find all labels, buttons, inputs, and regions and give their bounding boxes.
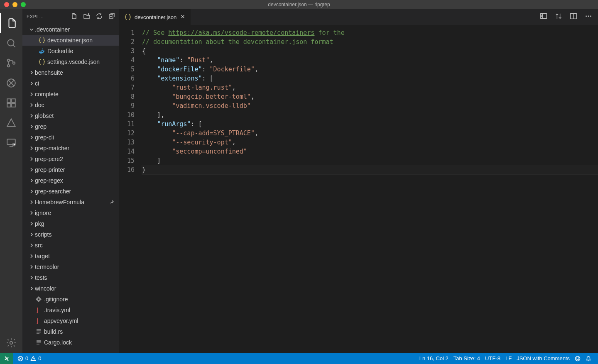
tree-item[interactable]: scripts [22,229,119,240]
chevron-right-icon [28,113,35,118]
tree-item[interactable]: grep-searcher [22,186,119,197]
code-line[interactable]: // documentation about the devcontainer.… [142,37,598,46]
tree-item-label: HomebrewFormula [35,199,109,205]
svg-rect-6 [12,99,15,103]
activity-explorer[interactable] [0,13,22,33]
code-line[interactable]: "bungcip.better-toml", [142,92,598,101]
tree-item[interactable]: src [22,240,119,251]
tree-item[interactable]: grep-printer [22,164,119,175]
tree-item[interactable]: ci [22,78,119,89]
code-line[interactable]: // See https://aka.ms/vscode-remote/cont… [142,28,598,37]
status-encoding[interactable]: UTF-8 [483,353,503,364]
chevron-right-icon [28,135,35,140]
chevron-right-icon [28,200,35,205]
code-line[interactable]: "dockerFile": "Dockerfile", [142,65,598,74]
split-editor-button[interactable] [570,12,577,22]
tree-item[interactable]: .travis.yml [22,305,119,315]
code-line[interactable]: { [142,46,598,56]
chevron-right-icon [28,146,35,151]
code-content[interactable]: // See https://aka.ms/vscode-remote/cont… [142,28,598,353]
collapse-all-icon [108,13,115,20]
tree-item[interactable]: pkg [22,218,119,229]
code-line[interactable]: "runArgs": [ [142,120,598,129]
window-close-button[interactable] [4,2,9,7]
tree-item[interactable]: grep-matcher [22,143,119,154]
window-maximize-button[interactable] [21,2,26,7]
tree-item[interactable]: ignore [22,208,119,218]
activity-search[interactable] [0,33,22,53]
code-line[interactable]: ] [142,156,598,165]
status-feedback[interactable] [572,353,583,364]
status-cursor[interactable]: Ln 16, Col 2 [417,353,451,364]
activity-scm[interactable] [0,53,22,73]
tree-item[interactable]: Dockerfile [22,46,119,56]
new-folder-button[interactable] [83,13,90,21]
activity-settings[interactable] [0,333,22,353]
tree-item[interactable]: grep-regex [22,175,119,186]
compare-icon [555,12,562,20]
tree-item-label: termcolor [35,264,119,270]
tree-item[interactable]: globset [22,110,119,121]
more-actions-button[interactable] [585,12,592,22]
tree-item[interactable]: devcontainer.json [22,35,119,46]
tree-item[interactable]: build.rs [22,326,119,337]
tree-item[interactable]: benchsuite [22,67,119,78]
file-tree[interactable]: .devcontainerdevcontainer.jsonDockerfile… [22,24,119,353]
tree-item[interactable]: Cargo.lock [22,337,119,348]
status-eol[interactable]: LF [503,353,514,364]
code-line[interactable]: "vadimcn.vscode-lldb" [142,101,598,110]
svg-rect-16 [37,318,38,323]
compare-button[interactable] [555,12,562,22]
tree-item[interactable]: termcolor [22,261,119,272]
code-line[interactable]: "extensions": [ [142,74,598,83]
code-line[interactable]: "--security-opt", [142,138,598,147]
tree-item[interactable]: complete [22,89,119,100]
source-control-icon [6,58,17,68]
collapse-all-button[interactable] [108,13,115,21]
code-line[interactable]: ], [142,110,598,120]
window-minimize-button[interactable] [12,2,17,7]
search-icon [6,38,17,49]
open-changes-button[interactable] [540,12,547,22]
json-icon [38,37,46,44]
tree-item[interactable]: grep-pcre2 [22,154,119,164]
tree-item[interactable]: settings.vscode.json [22,56,119,67]
tab-close-button[interactable] [180,14,186,21]
tree-item-label: Cargo.lock [44,339,119,346]
activity-debug[interactable] [0,73,22,93]
new-file-button[interactable] [71,13,78,21]
tree-item[interactable]: HomebrewFormula [22,197,119,208]
status-warning-count: 0 [38,355,41,362]
tree-item[interactable]: grep [22,121,119,132]
code-line[interactable]: "name": "Rust", [142,56,598,65]
tree-item[interactable]: .gitignore [22,294,119,305]
code-line[interactable]: "seccomp=unconfined" [142,147,598,156]
tree-item-label: src [35,242,119,249]
tree-item-label: grep-printer [35,166,119,173]
code-editor[interactable]: 12345678910111213141516 // See https://a… [120,25,598,353]
tree-item[interactable]: grep-cli [22,132,119,143]
yaml-icon [35,307,42,313]
tree-item[interactable]: appveyor.yml [22,315,119,326]
status-language[interactable]: JSON with Comments [514,353,572,364]
status-problems[interactable]: 0 0 [15,353,44,364]
code-line[interactable]: "--cap-add=SYS_PTRACE", [142,129,598,138]
tree-item[interactable]: target [22,251,119,261]
tree-item[interactable]: wincolor [22,283,119,294]
tree-item[interactable]: .devcontainer [22,24,119,35]
activity-extensions[interactable] [0,93,22,113]
code-line[interactable]: "rust-lang.rust", [142,83,598,92]
activity-remote[interactable] [0,133,22,153]
tree-item[interactable]: tests [22,272,119,283]
code-line[interactable]: } [142,165,598,174]
chevron-right-icon [28,264,35,269]
status-notifications[interactable] [583,353,594,364]
remote-indicator[interactable] [0,353,13,364]
svg-rect-8 [12,103,15,107]
svg-point-24 [576,356,580,361]
refresh-button[interactable] [96,13,103,21]
status-tab-size[interactable]: Tab Size: 4 [451,353,483,364]
activity-azure[interactable] [0,113,22,133]
tree-item[interactable]: doc [22,100,119,110]
editor-tab-devcontainer[interactable]: devcontainer.json [120,9,191,25]
